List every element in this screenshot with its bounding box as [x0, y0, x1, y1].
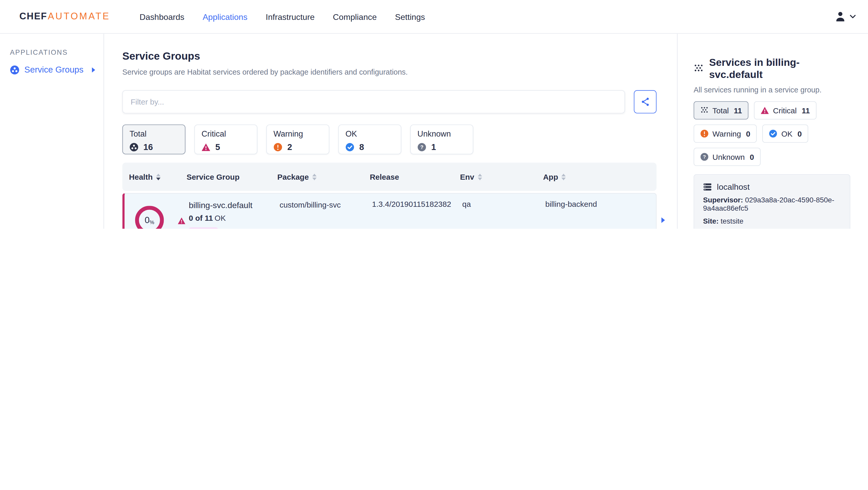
tile-critical[interactable]: Critical 5 [194, 124, 257, 154]
health-donut: 0% [135, 206, 164, 229]
service-group-list: 0% billing-svc.default 0 of 11OK 11 [122, 193, 657, 229]
sidebar-item-service-groups[interactable]: Service Groups [0, 65, 103, 75]
sidebar-heading: APPLICATIONS [10, 49, 103, 57]
sort-icons [156, 173, 160, 180]
sidebar: APPLICATIONS Service Groups [0, 34, 104, 229]
sidebar-item-label: Service Groups [24, 65, 84, 75]
tile-unknown[interactable]: Unknown 1 [410, 124, 473, 154]
env-cell: qa [462, 194, 545, 208]
badge-unknown[interactable]: Unknown0 [693, 148, 761, 166]
page-title: Service Groups [122, 50, 657, 63]
column-health[interactable]: Health [129, 172, 187, 181]
release-cell: 1.3.4/20190115182382 [372, 194, 462, 208]
column-release: Release [370, 172, 460, 181]
share-icon [640, 97, 650, 107]
tile-warning[interactable]: Warning 2 [266, 124, 330, 154]
critical-icon [178, 201, 185, 229]
app-cell: billing-backend [545, 194, 656, 208]
nav-item-applications[interactable]: Applications [203, 12, 247, 21]
table-header: Health Service Group Package [122, 163, 657, 191]
host-name: localhost [717, 182, 750, 191]
brand-automate: AUTOMATE [48, 11, 110, 22]
panel-title: Services in billing-svc.default [693, 57, 850, 81]
sort-icons [478, 173, 482, 180]
ok-icon [345, 143, 354, 152]
panel-status-badges: Total11 Critical11 Warning0 OK0 Unknown0 [693, 101, 850, 166]
chevron-down-icon [850, 14, 856, 19]
unknown-icon [700, 153, 709, 161]
ok-icon [769, 129, 777, 138]
site-name: testsite [721, 217, 743, 225]
column-service-group: Service Group [187, 172, 277, 181]
ok-count: 0 of 11OK [189, 214, 253, 223]
status-tiles: Total 16 Critical 5 Warning [122, 124, 657, 154]
badge-warning[interactable]: Warning0 [693, 124, 757, 143]
share-button[interactable] [634, 90, 657, 113]
main-content: Service Groups Service groups are Habita… [104, 34, 677, 229]
nav-item-compliance[interactable]: Compliance [333, 12, 377, 21]
warning-icon [274, 143, 282, 152]
badge-critical[interactable]: Critical11 [754, 101, 816, 120]
health-cell: 0% [131, 194, 178, 229]
unknown-icon [417, 143, 426, 152]
top-nav: CHEF AUTOMATE Dashboards Applications In… [0, 0, 868, 34]
panel-subtitle: All services running in a service group. [693, 86, 850, 94]
column-env[interactable]: Env [460, 172, 543, 181]
chef-automate-logo[interactable]: CHEF AUTOMATE [20, 11, 110, 22]
sort-icons [561, 173, 566, 180]
table-row-billing-svc[interactable]: 0% billing-svc.default 0 of 11OK 11 [122, 193, 657, 229]
badge-ok[interactable]: OK0 [763, 124, 809, 143]
nav-item-infrastructure[interactable]: Infrastructure [266, 12, 314, 21]
filter-input[interactable] [122, 90, 625, 113]
services-panel: Services in billing-svc.default All serv… [677, 34, 868, 229]
service-card: localhost Supervisor: 029a3a8a-20ac-4590… [693, 174, 850, 229]
service-card-header: localhost Supervisor: 029a3a8a-20ac-4590… [694, 175, 850, 229]
nav-menu: Dashboards Applications Infrastructure C… [140, 12, 425, 21]
tile-ok[interactable]: OK 8 [338, 124, 401, 154]
habitat-icon [10, 65, 20, 74]
tile-total[interactable]: Total 16 [122, 124, 185, 154]
server-icon [703, 182, 712, 191]
critical-icon [202, 143, 210, 152]
brand-chef: CHEF [20, 11, 47, 22]
badge-total[interactable]: Total11 [693, 101, 749, 120]
app-window: CHEF AUTOMATE Dashboards Applications In… [0, 0, 868, 229]
column-app[interactable]: App [543, 172, 656, 181]
total-dots-icon [700, 106, 709, 115]
package-cell: custom/billing-svc [280, 194, 372, 211]
column-package[interactable]: Package [277, 172, 370, 181]
row-selected-caret-icon [661, 217, 665, 224]
warning-icon [700, 129, 709, 138]
critical-icon [761, 106, 769, 115]
page-description: Service groups are Habitat services orde… [122, 68, 657, 76]
service-group-name: billing-svc.default [189, 200, 253, 211]
nav-item-settings[interactable]: Settings [395, 12, 425, 21]
disconnected-badge: 11 [189, 227, 218, 229]
services-dots-icon [693, 64, 704, 73]
nav-item-dashboards[interactable]: Dashboards [140, 12, 184, 21]
sort-icons [312, 173, 316, 180]
total-icon [129, 143, 138, 152]
user-icon [834, 10, 846, 23]
caret-right-icon [91, 67, 96, 73]
user-menu[interactable] [834, 10, 856, 23]
